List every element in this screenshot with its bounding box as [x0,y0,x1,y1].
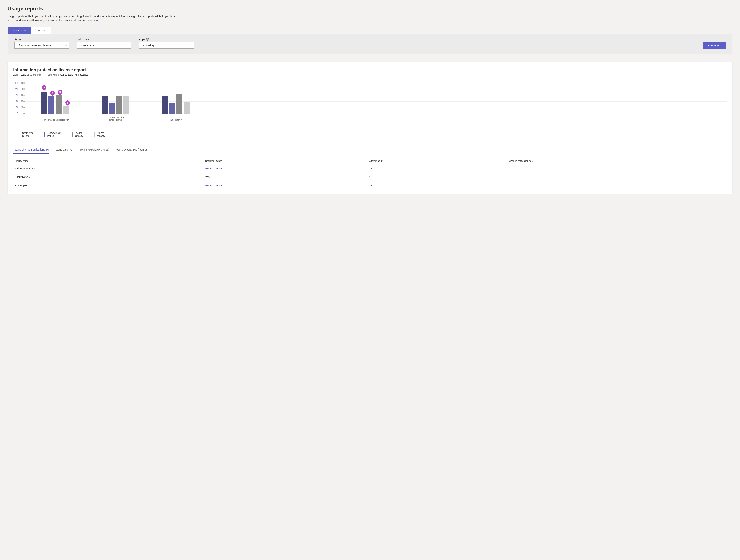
top-tabs: View reports Download [8,27,732,33]
report-card: Information protection license report Au… [8,62,732,194]
cell-display-name: Roy Appleton [13,181,204,190]
table-row: Babak ShammasAssign license1210 [13,164,732,173]
legend-swatch [44,132,45,137]
chart-category-label: Teams patch API [161,119,191,121]
filter-apps: Apps i Archival app [139,38,194,49]
chart-group: Teams patch API [162,82,190,114]
date-range-value: Current month [79,44,96,47]
date-range-dropdown[interactable]: Current month [77,42,131,49]
subtab[interactable]: Teams change notification API [13,147,49,154]
chart-bar [123,96,129,114]
legend-item: Utilizedcapacity [94,132,105,137]
cell-notification-sent: 10 [507,181,732,190]
chart: 30k24k18k12k6k0 5004003002001000 Teams c… [8,76,732,121]
chart-plot-area: Teams change notification APITeams expor… [26,82,727,114]
cell-attempt-count: 13 [368,173,507,181]
table-row: Hilary ReyesYes1310 [13,173,732,181]
chart-group: Teams export API (chat + teams) [102,82,130,114]
legend-item: Users withlicense [20,132,33,137]
subtab[interactable]: Teams export APIs (chat) [80,147,109,154]
assign-license-link[interactable]: Assign license [205,184,222,187]
cell-required-license: Yes [204,173,368,181]
cell-notification-sent: 10 [507,164,732,173]
tab-download[interactable]: Download [30,27,51,33]
apps-value: Archival app [142,44,156,47]
column-header[interactable]: Display name↓ [13,158,204,164]
column-header[interactable]: Change notification sent [507,158,732,164]
report-header: Information protection license report Au… [8,68,732,76]
legend-item: Users withoutlicense [44,132,61,137]
report-meta: Aug 7, 2021 11:59 am (PT) | Date range: … [13,74,727,76]
tab-view-reports[interactable]: View reports [8,27,30,33]
report-dropdown-value: Information protection license [17,44,52,47]
cell-notification-sent: 10 [507,173,732,181]
cell-required-license: Assign license [204,181,368,190]
cell-attempt-count: 12 [368,181,507,190]
info-icon[interactable]: i [146,38,149,40]
column-header[interactable]: Required license [204,158,368,164]
filter-date-range: Date range Current month [77,38,131,49]
chart-category-label: Teams change notification API [40,119,71,121]
page-description: Usage reports will help you create diffe… [8,14,178,22]
chart-y-axis-left: 30k24k18k12k6k0 [13,82,20,114]
report-dropdown[interactable]: Information protection license ⌵ [14,42,69,49]
legend-item: Seededcapacity [72,132,83,137]
cell-attempt-count: 12 [368,164,507,173]
legend-swatch [20,132,20,137]
chart-bar [63,106,69,114]
legend-swatch [72,132,73,137]
cell-display-name: Hilary Reyes [13,173,204,181]
sort-icon: ↓ [29,160,30,162]
filter-panel: Report Information protection license ⌵ … [8,33,732,54]
legend-label: Utilizedcapacity [97,132,105,137]
chart-bar [56,96,62,114]
filter-report: Report Information protection license ⌵ [14,38,69,49]
data-subtabs: Teams change notification APITeams patch… [8,141,732,154]
filter-apps-label: Apps i [139,38,194,41]
chart-bar [116,96,122,114]
chart-bar [109,103,115,114]
legend-swatch [94,132,95,137]
chart-bar [102,96,108,114]
assign-license-link[interactable]: Assign license [205,167,222,170]
chart-bar [176,94,182,114]
subtab[interactable]: Teams patch API [55,147,74,154]
chart-category-label: Teams export API (chat + teams) [101,116,131,121]
report-title: Information protection license report [13,68,727,73]
cell-display-name: Babak Shammas [13,164,204,173]
chart-bar [162,96,168,114]
cell-required-license: Assign license [204,164,368,173]
filter-report-label: Report [14,38,69,41]
page-title: Usage reports [8,6,732,12]
chart-bar [48,96,55,114]
legend-label: Users withlicense [22,132,33,137]
run-report-button[interactable]: Run report [703,42,726,49]
table-row: Roy AppletonAssign license1210 [13,181,732,190]
column-header[interactable]: Attempt count [368,158,507,164]
apps-dropdown[interactable]: Archival app [139,42,194,49]
chart-legend: Users withlicenseUsers withoutlicenseSee… [8,121,732,141]
chart-bar [41,92,47,114]
chart-y-axis-right: 5004003002001000 [20,82,26,114]
legend-label: Users withoutlicense [47,132,61,137]
chart-bar [169,103,175,114]
legend-label: Seededcapacity [75,132,83,137]
data-table: Display name↓Required licenseAttempt cou… [13,158,732,190]
chart-bar [184,102,190,114]
learn-more-link[interactable]: Learn more [87,19,100,22]
subtab[interactable]: Teams export APIs (teams) [115,147,147,154]
chevron-down-icon: ⌵ [65,44,67,47]
filter-date-label: Date range [77,38,131,41]
